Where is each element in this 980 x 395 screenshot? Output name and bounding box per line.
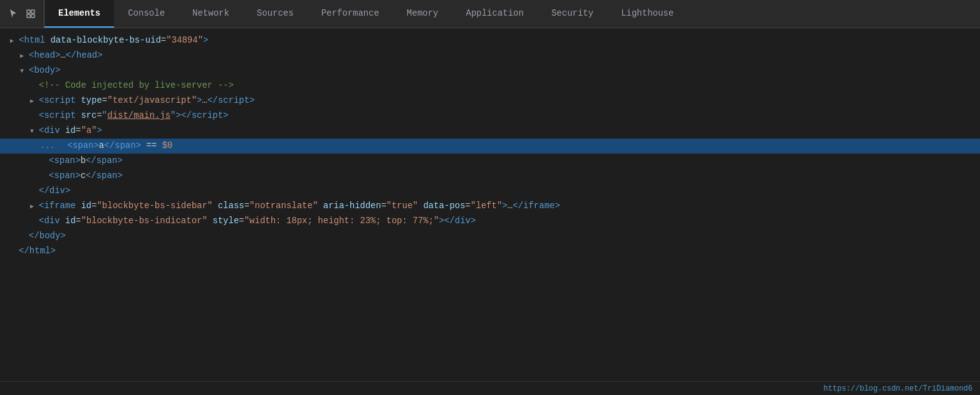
code-text: <div id="blockbyte-bs-indicator" style="…	[39, 214, 476, 229]
svg-rect-1	[31, 10, 34, 13]
code-line[interactable]: <span>c</span>	[0, 169, 980, 184]
code-text: <!-- Code injected by live-server -->	[39, 78, 234, 93]
code-text: <iframe id="blockbyte-bs-sidebar" class=…	[39, 199, 560, 214]
tab-elements[interactable]: Elements	[44, 0, 114, 28]
code-text: </body>	[29, 229, 66, 244]
code-text: <span>b</span>	[49, 154, 123, 169]
code-line[interactable]: ...<span>a</span> == $0	[0, 139, 980, 154]
triangle-toggle[interactable]	[30, 201, 39, 212]
code-line[interactable]: </div>	[0, 184, 980, 199]
code-text: </html>	[19, 244, 56, 259]
tab-memory[interactable]: Memory	[393, 0, 452, 28]
code-line[interactable]: <div id="blockbyte-bs-indicator" style="…	[0, 214, 980, 229]
triangle-toggle[interactable]	[30, 96, 39, 107]
code-text: <body>	[29, 63, 60, 78]
code-line[interactable]: <html data-blockbyte-bs-uid="34894">	[0, 33, 980, 48]
inspect-icon[interactable]	[24, 7, 38, 21]
ellipsis-indicator: ...	[40, 139, 55, 153]
svg-rect-2	[27, 14, 30, 18]
statusbar-url: https://blog.csdn.net/TriDiamond6	[823, 384, 972, 393]
code-text: <head>…</head>	[29, 48, 103, 63]
tab-application[interactable]: Application	[452, 0, 538, 28]
code-text: <html data-blockbyte-bs-uid="34894">	[19, 33, 208, 48]
code-line[interactable]: <script src="dist/main.js"></script>	[0, 108, 980, 124]
tab-network[interactable]: Network	[179, 0, 243, 28]
code-text: <script src="dist/main.js"></script>	[39, 108, 229, 124]
code-line[interactable]: <span>b</span>	[0, 154, 980, 169]
code-text: </div>	[39, 184, 70, 199]
code-text: <span>c</span>	[49, 169, 123, 184]
tab-sources[interactable]: Sources	[243, 0, 308, 28]
triangle-toggle[interactable]	[20, 51, 29, 61]
code-text: <script type="text/javascript">…</script…	[39, 93, 255, 108]
code-line[interactable]: <!-- Code injected by live-server -->	[0, 78, 980, 93]
cursor-icon[interactable]	[6, 7, 20, 21]
code-line[interactable]: <div id="a">	[0, 124, 980, 139]
tab-lighthouse[interactable]: Lighthouse	[607, 0, 687, 28]
tab-console[interactable]: Console	[114, 0, 179, 28]
code-line[interactable]: <iframe id="blockbyte-bs-sidebar" class=…	[0, 199, 980, 214]
tab-security[interactable]: Security	[538, 0, 607, 28]
code-line[interactable]: <head>…</head>	[0, 48, 980, 63]
triangle-toggle[interactable]	[20, 66, 29, 76]
triangle-toggle[interactable]	[10, 36, 19, 46]
devtools-toolbar: Elements Console Network Sources Perform…	[0, 0, 980, 28]
code-line[interactable]: <body>	[0, 63, 980, 78]
code-line[interactable]: </html>	[0, 244, 980, 259]
code-line[interactable]: <script type="text/javascript">…</script…	[0, 93, 980, 108]
svg-rect-3	[31, 14, 34, 18]
svg-rect-0	[27, 10, 30, 13]
code-text: <span>a</span> == $0	[67, 139, 172, 154]
triangle-toggle[interactable]	[30, 126, 39, 137]
elements-panel: <html data-blockbyte-bs-uid="34894"><hea…	[0, 28, 980, 381]
code-line[interactable]: </body>	[0, 229, 980, 244]
tab-performance[interactable]: Performance	[308, 0, 393, 28]
tab-list: Elements Console Network Sources Perform…	[44, 0, 980, 28]
code-text: <div id="a">	[39, 124, 102, 139]
statusbar: https://blog.csdn.net/TriDiamond6	[0, 381, 980, 395]
toolbar-icons	[0, 0, 44, 28]
